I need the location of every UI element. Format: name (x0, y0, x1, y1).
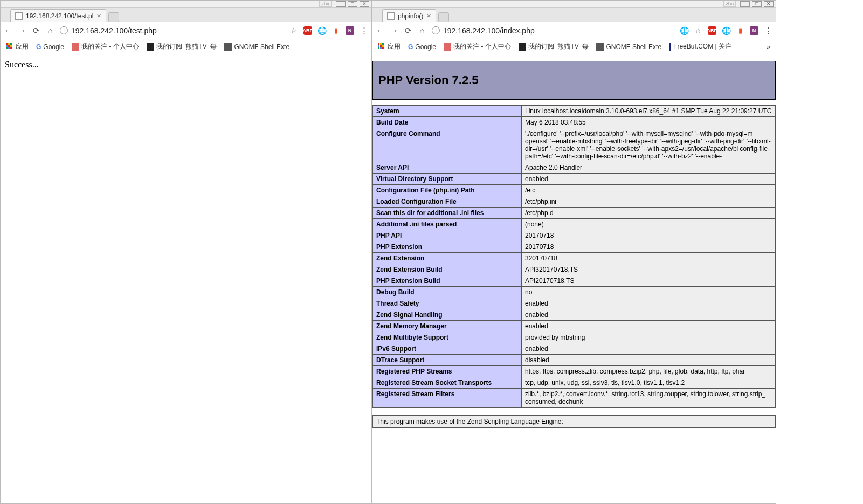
bookmark-google[interactable]: GGoogle (408, 43, 436, 51)
url-text: 192.168.242.100/test.php (71, 26, 157, 35)
phpinfo-key: IPv6 Support (373, 343, 522, 355)
bookmark-freebuf[interactable]: FreeBuf.COM | 关注 (669, 42, 731, 51)
table-row: SystemLinux localhost.localdomain 3.10.0… (373, 106, 776, 117)
phpinfo-key: Zend Multibyte Support (373, 332, 522, 343)
table-row: PHP Extension20170718 (373, 241, 776, 253)
phpinfo-key: PHP Extension (373, 241, 522, 253)
table-row: Configure Command'./configure' '--prefix… (373, 128, 776, 162)
bookmark-panda[interactable]: 我的订阅_熊猫TV_每 (147, 42, 217, 51)
table-row: Virtual Directory Supportenabled (373, 174, 776, 185)
home-button[interactable]: ⌂ (418, 26, 426, 35)
translate-icon[interactable]: 🌐 (680, 26, 688, 35)
translate-icon-2[interactable]: 🌐 (722, 26, 730, 35)
bookmark-mygz[interactable]: 我的关注 - 个人中心 (444, 42, 511, 51)
site-info-icon[interactable]: i (60, 26, 68, 34)
favicon-icon (596, 43, 604, 51)
close-tab-icon[interactable]: ✕ (96, 12, 101, 19)
phpinfo-value: /etc (522, 185, 776, 196)
onenote-icon[interactable]: N (346, 26, 354, 35)
google-icon: G (408, 43, 413, 51)
translate-icon[interactable]: 🌐 (317, 26, 326, 35)
phpinfo-key: Configuration File (php.ini) Path (373, 185, 522, 196)
apps-shortcut[interactable]: 应用 (6, 42, 29, 51)
bookmark-mygz[interactable]: 我的关注 - 个人中心 (72, 42, 139, 51)
page-icon (387, 12, 395, 20)
table-row: Scan this dir for additional .ini files/… (373, 208, 776, 219)
phpinfo-value: May 6 2018 03:48:55 (522, 117, 776, 128)
page-content-right: PHP Version 7.2.5 SystemLinux localhost.… (372, 54, 776, 503)
titlebar-tag: zhu (319, 1, 332, 7)
phpinfo-value: (none) (522, 219, 776, 230)
new-tab-button[interactable] (438, 12, 449, 22)
menu-icon[interactable]: ⋮ (764, 26, 772, 35)
onenote-icon[interactable]: N (750, 26, 758, 35)
forward-button[interactable]: → (390, 26, 398, 35)
table-row: IPv6 Supportenabled (373, 343, 776, 355)
browser-window-right: zhu — □ ✕ phpinfo() ✕ ← → ⟳ ⌂ i 192.168.… (372, 0, 776, 504)
home-button[interactable]: ⌂ (46, 26, 54, 35)
extension-icon-1[interactable]: ▮ (736, 26, 744, 35)
bookmark-star-icon[interactable]: ☆ (289, 26, 298, 35)
phpinfo-value: API20170718,TS (522, 275, 776, 287)
phpinfo-value: https, ftps, compress.zlib, compress.bzi… (522, 366, 776, 377)
url-field[interactable]: i 192.168.242.100/index.php (432, 26, 674, 35)
site-info-icon[interactable]: i (432, 26, 440, 34)
reload-button[interactable]: ⟳ (32, 26, 40, 35)
table-row: Additional .ini files parsed(none) (373, 219, 776, 230)
tab-title: 192.168.242.100/test.pl (26, 12, 93, 20)
maximize-button[interactable]: □ (348, 1, 357, 7)
browser-window-left: zhu — □ ✕ 192.168.242.100/test.pl ✕ ← → … (0, 0, 372, 504)
bookmark-gnome[interactable]: GNOME Shell Exte (224, 43, 289, 51)
tab-testphp[interactable]: 192.168.242.100/test.pl ✕ (10, 9, 106, 22)
bookmarks-bar-left: 应用 GGoogle 我的关注 - 个人中心 我的订阅_熊猫TV_每 GNOME… (1, 39, 371, 54)
close-window-button[interactable]: ✕ (360, 1, 369, 7)
forward-button[interactable]: → (18, 26, 26, 35)
table-row: Configuration File (php.ini) Path/etc (373, 185, 776, 196)
phpinfo-key: Build Date (373, 117, 522, 128)
tab-phpinfo[interactable]: phpinfo() ✕ (382, 9, 436, 22)
bookmark-star-icon[interactable]: ☆ (694, 26, 702, 35)
table-row: Build DateMay 6 2018 03:48:55 (373, 117, 776, 128)
bookmark-panda[interactable]: 我的订阅_熊猫TV_每 (519, 42, 589, 51)
url-field[interactable]: i 192.168.242.100/test.php (60, 26, 284, 35)
table-row: Zend Memory Managerenabled (373, 321, 776, 332)
tabstrip-left: 192.168.242.100/test.pl ✕ (1, 8, 371, 22)
table-row: Registered Stream Socket Transportstcp, … (373, 377, 776, 389)
address-bar-right: ← → ⟳ ⌂ i 192.168.242.100/index.php 🌐 ☆ … (372, 22, 776, 39)
minimize-button[interactable]: — (336, 1, 346, 7)
phpinfo-key: Server API (373, 162, 522, 174)
minimize-button[interactable]: — (740, 1, 750, 7)
toolbar-right-icons: ☆ ABP 🌐 ▮ N ⋮ (289, 26, 368, 35)
bookmarks-bar-right: 应用 GGoogle 我的关注 - 个人中心 我的订阅_熊猫TV_每 GNOME… (372, 39, 776, 54)
bookmark-gnome[interactable]: GNOME Shell Exte (596, 43, 661, 51)
reload-button[interactable]: ⟳ (404, 26, 412, 35)
abp-icon[interactable]: ABP (708, 26, 716, 35)
phpinfo-value: API320170718,TS (522, 264, 776, 275)
phpinfo-value: enabled (522, 298, 776, 309)
phpinfo-value: /etc/php.d (522, 208, 776, 219)
back-button[interactable]: ← (376, 26, 384, 35)
phpinfo-value: enabled (522, 174, 776, 185)
menu-icon[interactable]: ⋮ (360, 26, 368, 35)
favicon-icon (72, 43, 79, 51)
close-window-button[interactable]: ✕ (764, 1, 774, 7)
new-tab-button[interactable] (108, 12, 119, 22)
extension-icon-1[interactable]: ▮ (332, 26, 340, 35)
phpinfo-key: Virtual Directory Support (373, 174, 522, 185)
maximize-button[interactable]: □ (752, 1, 762, 7)
table-row: Thread Safetyenabled (373, 298, 776, 309)
table-row: Zend Extension BuildAPI320170718,TS (373, 264, 776, 275)
abp-icon[interactable]: ABP (303, 26, 312, 35)
phpinfo-value: provided by mbstring (522, 332, 776, 343)
phpinfo-key: Thread Safety (373, 298, 522, 309)
bookmark-google[interactable]: GGoogle (36, 43, 64, 51)
phpinfo-value: 20170718 (522, 241, 776, 253)
phpinfo-key: Zend Memory Manager (373, 321, 522, 332)
apps-shortcut[interactable]: 应用 (378, 42, 401, 51)
close-tab-icon[interactable]: ✕ (426, 12, 431, 19)
zend-note: This program makes use of the Zend Scrip… (372, 415, 776, 428)
phpinfo-value: './configure' '--prefix=/usr/local/php' … (522, 128, 776, 162)
phpinfo-table: SystemLinux localhost.localdomain 3.10.0… (372, 105, 776, 408)
back-button[interactable]: ← (4, 26, 12, 35)
bookmarks-overflow-icon[interactable]: » (767, 43, 770, 51)
